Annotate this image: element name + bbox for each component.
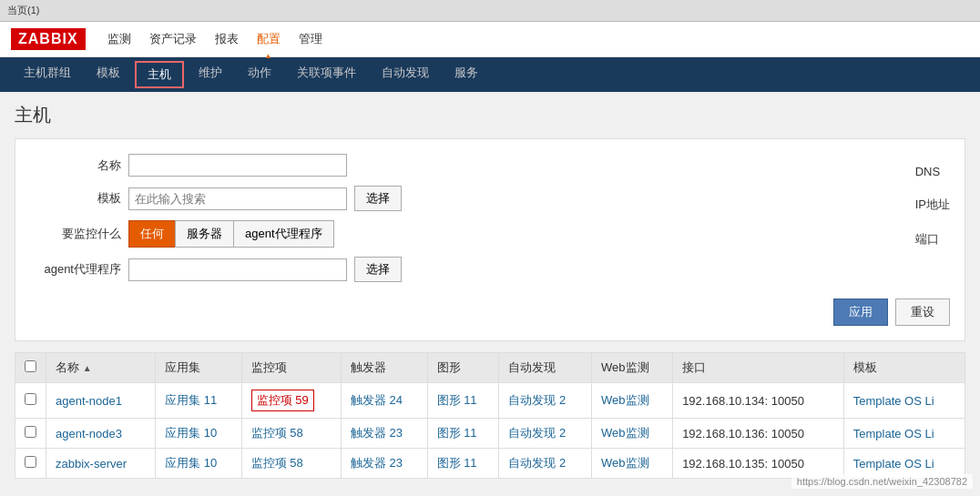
browser-tab: 当页(1): [7, 4, 39, 17]
apply-btn[interactable]: 应用: [833, 299, 888, 326]
app-set-link[interactable]: 应用集 10: [165, 426, 217, 440]
template-link[interactable]: Template OS Li: [853, 427, 934, 440]
filter-row-agent: agent代理程序 选择: [30, 257, 879, 282]
col-checkbox: [15, 353, 46, 383]
template-link[interactable]: Template OS Li: [853, 394, 934, 408]
filter-agent-label: agent代理程序: [30, 261, 121, 278]
row-graph: 图形 11: [427, 419, 499, 449]
subnav-services[interactable]: 服务: [442, 57, 491, 92]
filter-row-template: 模板 选择: [30, 186, 879, 211]
host-name-link[interactable]: zabbix-server: [56, 457, 127, 471]
graph-link[interactable]: 图形 11: [437, 426, 477, 440]
app-set-link[interactable]: 应用集 10: [165, 456, 217, 470]
monitor-link[interactable]: 监控项 59: [251, 390, 314, 411]
col-web[interactable]: Web监测: [592, 353, 673, 383]
row-web: Web监测: [592, 419, 673, 449]
graph-link[interactable]: 图形 11: [437, 393, 477, 407]
reset-btn[interactable]: 重设: [895, 299, 950, 326]
zabbix-logo: ZABBIX: [11, 28, 86, 50]
trigger-link[interactable]: 触发器 24: [351, 393, 403, 407]
subnav-templates[interactable]: 模板: [84, 57, 133, 92]
filter-box: 名称 模板 选择 要监控什么 任何 服务器 agent代理程序: [15, 138, 965, 341]
subnav-discovery[interactable]: 自动发现: [369, 57, 442, 92]
sub-nav: 主机群组 模板 主机 维护 动作 关联项事件 自动发现 服务: [0, 57, 980, 92]
host-name-link[interactable]: agent-node3: [56, 427, 122, 440]
sort-arrow-name: ▲: [83, 363, 92, 373]
col-auto-find[interactable]: 自动发现: [499, 353, 592, 383]
row-checkbox-cell: [15, 419, 46, 449]
col-template[interactable]: 模板: [843, 353, 965, 383]
right-label-ip: IP地址: [915, 191, 950, 218]
main-nav: 监测 资产记录 报表 配置 管理: [107, 27, 322, 51]
monitor-btn-group: 任何 服务器 agent代理程序: [128, 220, 333, 248]
filter-actions: 应用 重设: [30, 299, 950, 326]
monitor-btn-server[interactable]: 服务器: [175, 220, 234, 248]
monitor-link[interactable]: 监控项 58: [251, 426, 303, 440]
browser-bar: 当页(1): [0, 0, 980, 22]
subnav-actions[interactable]: 动作: [235, 57, 284, 92]
col-trigger[interactable]: 触发器: [341, 353, 427, 383]
nav-item-config[interactable]: 配置: [257, 27, 281, 51]
template-link[interactable]: Template OS Li: [853, 457, 934, 471]
filter-agent-select-btn[interactable]: 选择: [354, 257, 402, 282]
graph-link[interactable]: 图形 11: [437, 456, 477, 470]
subnav-maintenance[interactable]: 维护: [186, 57, 235, 92]
filter-name-label: 名称: [30, 157, 121, 174]
row-app-set: 应用集 10: [156, 419, 242, 449]
row-checkbox[interactable]: [25, 393, 36, 405]
table-header-row: 名称 ▲ 应用集 监控项 触发器 图形 自动发现 Web监测 接口 模板: [15, 353, 965, 383]
filter-template-input[interactable]: [128, 187, 347, 210]
interface-value: 192.168.10.135: 10050: [682, 457, 804, 471]
hosts-table: 名称 ▲ 应用集 监控项 触发器 图形 自动发现 Web监测 接口 模板 age…: [15, 352, 965, 479]
row-template: Template OS Li: [843, 383, 965, 419]
row-interface: 192.168.10.136: 10050: [673, 419, 844, 449]
col-app-set[interactable]: 应用集: [156, 353, 242, 383]
host-name-link[interactable]: agent-node1: [56, 394, 122, 408]
col-graph[interactable]: 图形: [427, 353, 499, 383]
monitor-btn-agent[interactable]: agent代理程序: [233, 220, 334, 248]
subnav-hosts[interactable]: 主机: [135, 61, 184, 88]
subnav-host-groups[interactable]: 主机群组: [11, 57, 84, 92]
web-link[interactable]: Web监测: [601, 393, 649, 407]
row-graph: 图形 11: [427, 383, 499, 419]
filter-row-name: 名称: [30, 154, 879, 177]
row-checkbox-cell: [15, 383, 46, 419]
auto-find-link[interactable]: 自动发现 2: [508, 393, 566, 407]
nav-item-admin[interactable]: 管理: [299, 27, 322, 51]
right-label-port: 端口: [915, 226, 950, 253]
web-link[interactable]: Web监测: [601, 456, 649, 470]
auto-find-link[interactable]: 自动发现 2: [508, 426, 566, 440]
col-monitor[interactable]: 监控项: [241, 353, 341, 383]
interface-value: 192.168.10.136: 10050: [682, 427, 804, 440]
row-trigger: 触发器 23: [341, 419, 427, 449]
filter-template-select-btn[interactable]: 选择: [354, 186, 402, 211]
monitor-btn-any[interactable]: 任何: [128, 220, 176, 248]
filter-agent-input[interactable]: [128, 258, 347, 281]
select-all-checkbox[interactable]: [25, 360, 36, 372]
monitor-link[interactable]: 监控项 58: [251, 456, 303, 470]
subnav-corr-events[interactable]: 关联项事件: [284, 57, 369, 92]
row-name: zabbix-server: [46, 449, 156, 479]
filter-monitor-label: 要监控什么: [30, 226, 121, 242]
col-name[interactable]: 名称 ▲: [46, 353, 156, 383]
nav-item-monitor[interactable]: 监测: [107, 27, 131, 51]
col-interface[interactable]: 接口: [673, 353, 844, 383]
trigger-link[interactable]: 触发器 23: [351, 426, 403, 440]
row-name: agent-node3: [46, 419, 156, 449]
row-app-set: 应用集 11: [156, 383, 242, 419]
row-monitor: 监控项 59: [241, 383, 341, 419]
nav-item-reports[interactable]: 报表: [215, 27, 239, 51]
row-auto-find: 自动发现 2: [499, 383, 592, 419]
filter-name-input[interactable]: [128, 154, 347, 177]
web-link[interactable]: Web监测: [601, 426, 649, 440]
table-row: agent-node3 应用集 10 监控项 58 触发器 23 图形 11 自…: [15, 419, 965, 449]
auto-find-link[interactable]: 自动发现 2: [508, 456, 566, 470]
row-checkbox[interactable]: [25, 426, 36, 438]
app-set-link[interactable]: 应用集 11: [165, 393, 217, 407]
nav-item-assets[interactable]: 资产记录: [149, 27, 197, 51]
row-interface: 192.168.10.134: 10050: [673, 383, 844, 419]
trigger-link[interactable]: 触发器 23: [351, 456, 403, 470]
row-trigger: 触发器 24: [341, 383, 427, 419]
row-trigger: 触发器 23: [341, 449, 427, 479]
row-checkbox[interactable]: [25, 456, 36, 468]
